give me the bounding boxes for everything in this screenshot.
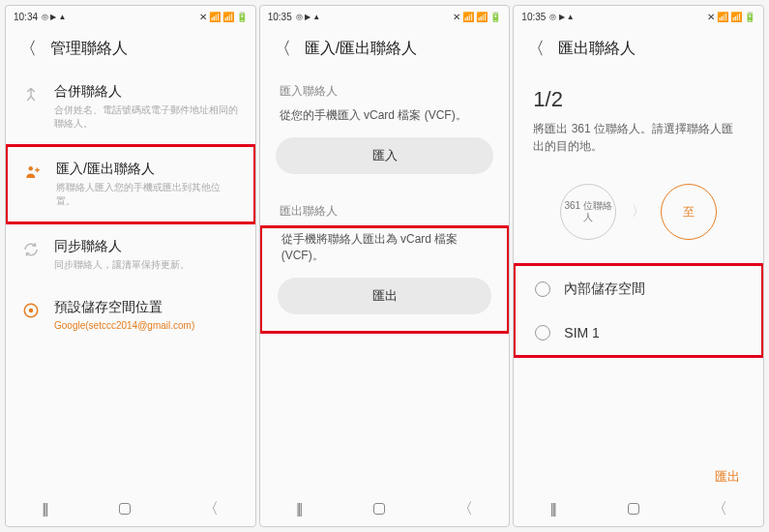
back-icon[interactable]: 〈	[19, 37, 37, 60]
content: 合併聯絡人 合併姓名、電話號碼或電子郵件地址相同的聯絡人。 匯入/匯出聯絡人 將…	[6, 70, 255, 526]
row-label: 同步聯絡人	[54, 238, 240, 255]
nav-back-icon[interactable]: 〈	[458, 499, 473, 519]
content: 1/2 將匯出 361 位聯絡人。請選擇聯絡人匯出的目的地。 361 位聯絡人 …	[514, 70, 763, 526]
import-desc: 從您的手機匯入 vCard 檔案 (VCF)。	[260, 105, 510, 133]
svg-point-0	[29, 166, 34, 171]
export-button[interactable]: 匯出	[278, 278, 492, 314]
nav-recent-icon[interactable]: |||	[550, 501, 555, 517]
storage-icon	[21, 301, 41, 320]
export-action-button[interactable]: 匯出	[715, 468, 740, 486]
radio-label: SIM 1	[564, 325, 600, 340]
screen-manage-contacts: 10:34 ◎ ▶ ▲ ✕📶📶🔋 〈 管理聯絡人 合併聯絡人 合併姓名、電話號碼…	[5, 5, 256, 527]
page-title: 匯出聯絡人	[558, 39, 636, 59]
row-label: 合併聯絡人	[54, 83, 240, 101]
status-time: 10:35	[521, 12, 546, 22]
status-icons-right: ✕📶📶🔋	[707, 12, 755, 22]
circle-source: 361 位聯絡人	[560, 184, 616, 240]
nav-home-icon[interactable]	[119, 503, 131, 515]
header: 〈 匯出聯絡人	[514, 27, 763, 70]
screen-export-destination: 10:35 ◎ ▶ ▲ ✕📶📶🔋 〈 匯出聯絡人 1/2 將匯出 361 位聯絡…	[513, 5, 764, 527]
header: 〈 管理聯絡人	[6, 27, 255, 70]
status-bar: 10:35 ◎ ▶ ▲ ✕📶📶🔋	[260, 6, 510, 27]
nav-back-icon[interactable]: 〈	[203, 499, 219, 519]
status-icons-right: ✕📶📶🔋	[199, 12, 248, 22]
status-time: 10:34	[14, 12, 38, 22]
radio-icon	[535, 325, 550, 340]
highlight-box: 從手機將聯絡人匯出為 vCard 檔案 (VCF)。 匯出	[260, 225, 510, 334]
row-sub: 同步聯絡人，讓清單保持更新。	[54, 258, 240, 272]
back-icon[interactable]: 〈	[274, 37, 291, 60]
row-import-export[interactable]: 匯入/匯出聯絡人 將聯絡人匯入您的手機或匯出到其他位置。	[8, 147, 253, 222]
row-sync-contacts[interactable]: 同步聯絡人 同步聯絡人，讓清單保持更新。	[6, 224, 255, 285]
step-desc: 將匯出 361 位聯絡人。請選擇聯絡人匯出的目的地。	[514, 116, 763, 174]
radio-internal-storage[interactable]: 內部儲存空間	[516, 267, 761, 311]
status-icons-left: ◎ ▶ ▲	[42, 13, 66, 21]
row-sub: 將聯絡人匯入您的手機或匯出到其他位置。	[56, 181, 238, 208]
sync-icon	[21, 240, 41, 259]
import-export-icon	[23, 163, 43, 182]
radio-icon	[535, 281, 550, 297]
content: 匯入聯絡人 從您的手機匯入 vCard 檔案 (VCF)。 匯入 匯出聯絡人 從…	[260, 70, 510, 526]
nav-bar: ||| 〈	[514, 491, 763, 526]
row-merge-contacts[interactable]: 合併聯絡人 合併姓名、電話號碼或電子郵件地址相同的聯絡人。	[6, 70, 255, 144]
chevron-right-icon: 〉	[632, 203, 645, 221]
row-sub: 合併姓名、電話號碼或電子郵件地址相同的聯絡人。	[54, 103, 240, 131]
circle-destination[interactable]: 至	[661, 184, 717, 240]
status-icons-left: ◎ ▶ ▲	[549, 13, 574, 21]
nav-bar: ||| 〈	[6, 491, 255, 526]
svg-point-2	[29, 309, 34, 313]
import-section-label: 匯入聯絡人	[260, 70, 510, 105]
row-label: 預設儲存空間位置	[54, 299, 240, 316]
page-title: 管理聯絡人	[50, 39, 128, 59]
export-section-label: 匯出聯絡人	[260, 190, 510, 225]
status-icons-left: ◎ ▶ ▲	[296, 13, 320, 21]
nav-home-icon[interactable]	[373, 503, 385, 515]
status-bar: 10:35 ◎ ▶ ▲ ✕📶📶🔋	[514, 6, 763, 27]
row-default-storage[interactable]: 預設儲存空間位置 Google(setccc2014@gmail.com)	[6, 285, 255, 346]
radio-label: 內部儲存空間	[564, 281, 645, 298]
status-bar: 10:34 ◎ ▶ ▲ ✕📶📶🔋	[6, 6, 255, 27]
highlight-box: 匯入/匯出聯絡人 將聯絡人匯入您的手機或匯出到其他位置。	[6, 144, 255, 224]
status-time: 10:35	[268, 12, 292, 22]
merge-icon	[21, 85, 41, 104]
nav-home-icon[interactable]	[628, 503, 639, 515]
status-icons-right: ✕📶📶🔋	[453, 12, 501, 22]
nav-recent-icon[interactable]: |||	[42, 501, 46, 517]
header: 〈 匯入/匯出聯絡人	[260, 27, 510, 70]
radio-sim1[interactable]: SIM 1	[516, 311, 761, 354]
import-button[interactable]: 匯入	[276, 137, 494, 174]
screen-import-export: 10:35 ◎ ▶ ▲ ✕📶📶🔋 〈 匯入/匯出聯絡人 匯入聯絡人 從您的手機匯…	[259, 5, 511, 527]
row-sub: Google(setccc2014@gmail.com)	[54, 319, 240, 333]
highlight-box: 內部儲存空間 SIM 1	[514, 263, 763, 358]
page-title: 匯入/匯出聯絡人	[305, 39, 417, 59]
back-icon[interactable]: 〈	[527, 37, 545, 60]
step-counter: 1/2	[514, 70, 763, 116]
flow-circles: 361 位聯絡人 〉 至	[514, 174, 763, 263]
row-label: 匯入/匯出聯絡人	[56, 161, 238, 178]
export-desc: 從手機將聯絡人匯出為 vCard 檔案 (VCF)。	[262, 229, 508, 274]
nav-back-icon[interactable]: 〈	[712, 499, 727, 519]
nav-bar: ||| 〈	[260, 491, 510, 526]
nav-recent-icon[interactable]: |||	[296, 501, 301, 517]
